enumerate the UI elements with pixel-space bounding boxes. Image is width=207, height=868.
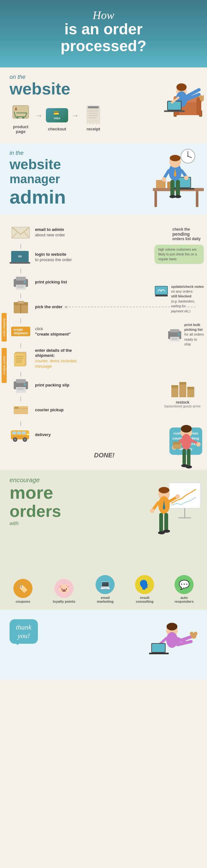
arrow1: → (35, 111, 43, 120)
svg-point-21 (22, 117, 24, 119)
print-picking-text: print picking list (35, 280, 67, 285)
email-marketing-label: emailmarketing (97, 596, 114, 603)
svg-point-61 (24, 281, 26, 283)
svg-point-116 (186, 465, 192, 468)
svg-point-108 (181, 425, 192, 433)
courier-icon (9, 401, 32, 419)
svg-rect-57 (16, 277, 26, 281)
loyalty-icon: 🐷 (55, 579, 73, 598)
section-thankyou: thankyou! (0, 610, 207, 680)
loyalty-label: loyalty points (53, 599, 76, 603)
section-process: order shipping notice email is sent to c… (0, 214, 207, 470)
svg-line-126 (153, 502, 158, 510)
admin-man-illustration (147, 147, 204, 212)
step-courier-pickup: courier pickup (9, 401, 199, 419)
svg-rect-99 (17, 431, 21, 434)
svg-point-135 (166, 632, 178, 648)
pick-order-text: pick the order (35, 304, 62, 310)
svg-point-129 (175, 494, 180, 499)
svg-rect-114 (187, 449, 190, 466)
icon-item-email-marketing: 💻 emailmarketing (95, 575, 115, 603)
section-admin: in the website manager admin (0, 144, 207, 214)
consulting-label: resultconsulting (136, 596, 153, 603)
product-page-label: productpage (13, 124, 28, 134)
icon-item-loyalty: 🐷 loyalty points (53, 579, 76, 603)
envelope-icon (9, 224, 32, 241)
svg-rect-91 (17, 389, 24, 390)
svg-rect-28 (88, 106, 99, 108)
svg-rect-35 (196, 191, 198, 207)
svg-point-43 (170, 155, 181, 161)
svg-rect-88 (16, 379, 26, 383)
svg-point-20 (17, 117, 19, 119)
order-shipping-label: order shipping notice email is sent to c… (2, 313, 7, 342)
connector5 (20, 343, 21, 348)
svg-point-92 (24, 383, 26, 385)
checkout-label: checkout (48, 127, 66, 131)
package-icon (9, 298, 32, 316)
svg-point-133 (163, 530, 170, 533)
connector2 (20, 269, 21, 274)
svg-point-48 (184, 176, 188, 180)
coupons-label: coupons (16, 599, 30, 603)
svg-rect-98 (12, 431, 16, 434)
svg-rect-141 (149, 653, 169, 654)
header-how: How (6, 9, 201, 21)
svg-rect-76 (14, 353, 25, 366)
svg-rect-34 (154, 191, 157, 207)
packing-printer-icon (9, 377, 32, 394)
svg-rect-105 (27, 434, 29, 435)
svg-rect-90 (17, 388, 25, 389)
connector8 (20, 422, 21, 426)
header-line1: is an order (6, 21, 201, 38)
icon-item-coupons: 🏷️ coupons (13, 579, 32, 603)
step-login: ⌨ login to websiteto process the order (9, 249, 199, 266)
printer-icon (9, 274, 32, 291)
svg-rect-50 (176, 180, 180, 196)
svg-rect-131 (164, 513, 168, 530)
header-line2: processed? (6, 38, 201, 55)
svg-rect-95 (14, 407, 19, 408)
svg-rect-12 (164, 111, 185, 112)
arrow2: → (71, 111, 79, 120)
admin-section-label: in the (9, 150, 24, 156)
svg-rect-53 (12, 227, 30, 238)
connector4 (20, 318, 21, 323)
login-laptop-icon: ⌨ (9, 249, 32, 266)
courier-pickup-text: courier pickup (35, 407, 64, 413)
svg-point-13 (176, 83, 187, 91)
email-marketing-icon: 💻 (95, 575, 115, 594)
svg-point-146 (194, 632, 198, 636)
svg-rect-60 (17, 287, 24, 287)
encourage-icons-row: 🏷️ coupons 🐷 loyalty points 💻 emailmarke… (0, 572, 207, 610)
icon-item-autoresponders: 💬 autoresponders (175, 575, 194, 603)
section-website: on the website (0, 67, 207, 144)
icon-item-consulting: 🗣️ resultconsulting (135, 575, 154, 603)
create-button: createshipment (11, 327, 30, 336)
autoresponders-icon: 💬 (175, 575, 194, 594)
section-encourage: encourage more orders with (0, 470, 207, 572)
checkout-icon: 💳 VISA (46, 105, 68, 125)
svg-rect-130 (159, 513, 163, 532)
receipt-label: receipt (87, 127, 100, 131)
svg-rect-49 (170, 180, 175, 196)
connector1 (20, 244, 21, 249)
svg-point-16 (199, 95, 202, 98)
flow-receipt: receipt (82, 105, 105, 131)
connector7 (20, 397, 21, 401)
email-admin-text: email to adminabout new order (35, 227, 65, 238)
svg-point-47 (162, 177, 166, 182)
delivery-text: delivery (35, 432, 51, 438)
svg-line-110 (191, 440, 198, 443)
login-text: login to websiteto process the order (35, 252, 72, 263)
multiple-shipments-label: multiple partial shipments (2, 348, 7, 383)
svg-point-52 (175, 195, 181, 198)
website-label-text: on the (9, 74, 26, 80)
svg-point-104 (24, 438, 26, 440)
papers-icon (9, 350, 32, 367)
svg-rect-140 (152, 644, 165, 652)
autoresponders-label: autoresponders (175, 596, 194, 603)
svg-point-136 (167, 623, 177, 630)
print-packing-text: print packing slip (35, 383, 69, 388)
header-section: How is an order processed? (0, 0, 207, 67)
